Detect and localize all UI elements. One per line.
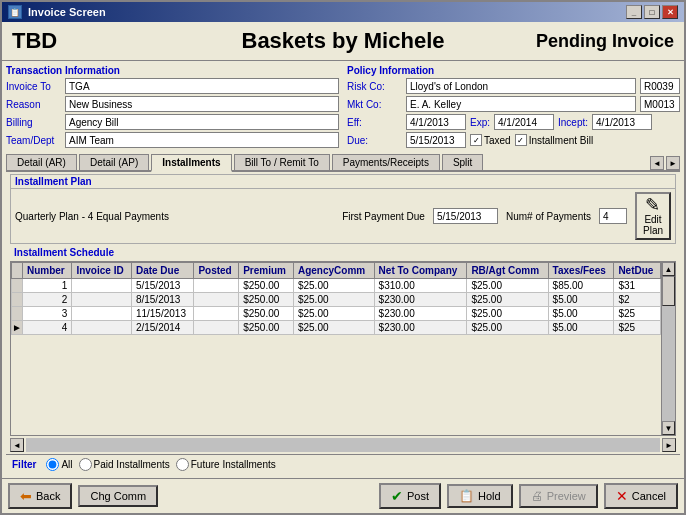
num-payments-label: Num# of Payments bbox=[506, 211, 591, 222]
back-icon: ⬅ bbox=[20, 488, 32, 504]
due-label: Due: bbox=[347, 135, 402, 146]
scroll-track bbox=[662, 276, 675, 421]
filter-paid-radio[interactable] bbox=[79, 458, 92, 471]
back-button[interactable]: ⬅ Back bbox=[8, 483, 72, 509]
mkt-co-label: Mkt Co: bbox=[347, 99, 402, 110]
first-payment-input[interactable] bbox=[433, 208, 498, 224]
main-window: 📋 Invoice Screen _ □ ✕ TBD Baskets by Mi… bbox=[0, 0, 686, 515]
cell-invoice-id bbox=[72, 293, 132, 307]
num-payments-input[interactable] bbox=[599, 208, 627, 224]
close-button[interactable]: ✕ bbox=[662, 5, 678, 19]
filter-all[interactable]: All bbox=[46, 458, 72, 471]
transaction-label: Transaction Information bbox=[6, 65, 339, 76]
title-bar: 📋 Invoice Screen _ □ ✕ bbox=[2, 2, 684, 22]
tab-installments[interactable]: Installments bbox=[151, 154, 231, 172]
tab-bill-to-remit-to[interactable]: Bill To / Remit To bbox=[234, 154, 330, 170]
cell-net-due: $2 bbox=[614, 293, 661, 307]
cell-date-due: 2/15/2014 bbox=[131, 321, 193, 335]
installment-bill-check-label[interactable]: ✓ Installment Bill bbox=[515, 134, 593, 146]
cell-posted bbox=[194, 321, 239, 335]
tab-payments-receipts[interactable]: Payments/Receipts bbox=[332, 154, 440, 170]
taxed-check-label[interactable]: ✓ Taxed bbox=[470, 134, 511, 146]
mkt-co-code-input[interactable] bbox=[640, 96, 680, 112]
schedule-section: Installment Schedule Number Invoice ID D… bbox=[6, 244, 680, 454]
mkt-co-input[interactable] bbox=[406, 96, 636, 112]
cell-net-due: $31 bbox=[614, 279, 661, 293]
hold-button[interactable]: 📋 Hold bbox=[447, 484, 513, 508]
maximize-button[interactable]: □ bbox=[644, 5, 660, 19]
first-payment-label: First Payment Due bbox=[342, 211, 425, 222]
filter-radio-group: All Paid Installments Future Installment… bbox=[46, 458, 275, 471]
incept-input[interactable] bbox=[592, 114, 652, 130]
tab-detail-ar[interactable]: Detail (AR) bbox=[6, 154, 77, 170]
schedule-table: Number Invoice ID Date Due Posted Premiu… bbox=[11, 262, 661, 335]
risk-co-row: Risk Co: bbox=[347, 78, 680, 94]
row-indicator: ► bbox=[12, 321, 23, 335]
scroll-thumb[interactable] bbox=[662, 276, 675, 306]
policy-label: Policy Information bbox=[347, 65, 680, 76]
filter-paid[interactable]: Paid Installments bbox=[79, 458, 170, 471]
cell-net-due: $25 bbox=[614, 307, 661, 321]
tab-detail-ap[interactable]: Detail (AP) bbox=[79, 154, 149, 170]
scroll-down-btn[interactable]: ▼ bbox=[662, 421, 675, 435]
installment-bill-checkbox[interactable]: ✓ bbox=[515, 134, 527, 146]
scroll-up-btn[interactable]: ▲ bbox=[662, 262, 675, 276]
cancel-button[interactable]: ✕ Cancel bbox=[604, 483, 678, 509]
team-dept-input[interactable] bbox=[65, 132, 339, 148]
eff-input[interactable] bbox=[406, 114, 466, 130]
cell-rb-agt-comm: $25.00 bbox=[467, 279, 548, 293]
installment-plan-title: Installment Plan bbox=[11, 175, 675, 189]
cell-rb-agt-comm: $25.00 bbox=[467, 293, 548, 307]
invoice-to-input[interactable] bbox=[65, 78, 339, 94]
edit-plan-button[interactable]: ✎ Edit Plan bbox=[635, 192, 671, 240]
reason-input[interactable] bbox=[65, 96, 339, 112]
col-date-due: Date Due bbox=[131, 263, 193, 279]
risk-co-code-input[interactable] bbox=[640, 78, 680, 94]
cell-premium: $250.00 bbox=[239, 307, 294, 321]
cell-premium: $250.00 bbox=[239, 321, 294, 335]
cell-posted bbox=[194, 279, 239, 293]
window-title: Invoice Screen bbox=[28, 6, 106, 18]
preview-button[interactable]: 🖨 Preview bbox=[519, 484, 598, 508]
edit-plan-label: Edit bbox=[644, 214, 661, 225]
billing-input[interactable] bbox=[65, 114, 339, 130]
taxed-checkbox[interactable]: ✓ bbox=[470, 134, 482, 146]
filter-all-radio[interactable] bbox=[46, 458, 59, 471]
cell-agency-comm: $25.00 bbox=[293, 279, 374, 293]
col-premium: Premium bbox=[239, 263, 294, 279]
exp-input[interactable] bbox=[494, 114, 554, 130]
header-tbd: TBD bbox=[12, 28, 178, 54]
cell-taxes-fees: $5.00 bbox=[548, 307, 614, 321]
cell-posted bbox=[194, 307, 239, 321]
preview-label: Preview bbox=[547, 490, 586, 502]
risk-co-input[interactable] bbox=[406, 78, 636, 94]
filter-future-radio[interactable] bbox=[176, 458, 189, 471]
cell-date-due: 11/15/2013 bbox=[131, 307, 193, 321]
chg-comm-button[interactable]: Chg Comm bbox=[78, 485, 158, 507]
vertical-scrollbar[interactable]: ▲ ▼ bbox=[661, 262, 675, 435]
filter-bar: Filter All Paid Installments Future Inst… bbox=[6, 454, 680, 474]
post-label: Post bbox=[407, 490, 429, 502]
scroll-right-btn[interactable]: ► bbox=[662, 438, 676, 452]
scroll-left-btn[interactable]: ◄ bbox=[10, 438, 24, 452]
table-row: 2 8/15/2013 $250.00 $25.00 $230.00 $25.0… bbox=[12, 293, 661, 307]
cell-number: 4 bbox=[22, 321, 72, 335]
tab-split[interactable]: Split bbox=[442, 154, 483, 170]
col-agency-comm: AgencyComm bbox=[293, 263, 374, 279]
filter-future[interactable]: Future Installments bbox=[176, 458, 276, 471]
plan-name: Quarterly Plan - 4 Equal Payments bbox=[15, 211, 334, 222]
cell-number: 3 bbox=[22, 307, 72, 321]
chg-comm-label: Chg Comm bbox=[90, 490, 146, 502]
post-button[interactable]: ✔ Post bbox=[379, 483, 441, 509]
minimize-button[interactable]: _ bbox=[626, 5, 642, 19]
cell-invoice-id bbox=[72, 279, 132, 293]
content-area: Transaction Information Invoice To Reaso… bbox=[2, 61, 684, 478]
h-scrollbar-area: ◄ ► bbox=[10, 438, 676, 452]
schedule-label: Installment Schedule bbox=[10, 245, 118, 260]
due-input[interactable] bbox=[406, 132, 466, 148]
tab-nav-next[interactable]: ► bbox=[666, 156, 680, 170]
filter-label: Filter bbox=[12, 459, 36, 470]
eff-label: Eff: bbox=[347, 117, 402, 128]
cell-net-to-company: $230.00 bbox=[374, 321, 467, 335]
tab-nav-prev[interactable]: ◄ bbox=[650, 156, 664, 170]
